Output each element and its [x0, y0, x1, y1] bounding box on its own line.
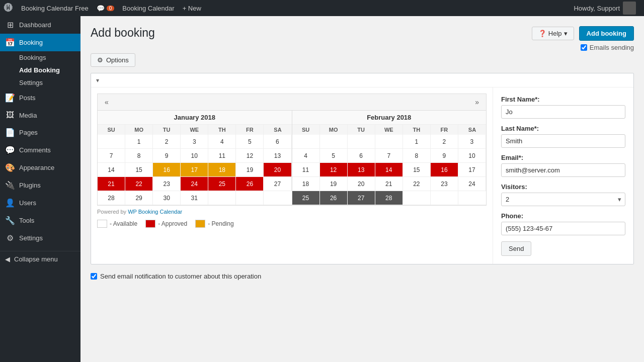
calendar-cell[interactable]: 15	[403, 163, 431, 177]
wp-booking-calendar-link[interactable]: WP Booking Calendar	[128, 209, 182, 215]
calendar-cell[interactable]: 31	[181, 191, 208, 205]
calendar-cell[interactable]: 4	[208, 135, 236, 149]
sidebar-item-users[interactable]: 👤 Users	[0, 194, 80, 212]
calendar-cell[interactable]: 20	[264, 163, 291, 177]
january-calendar: January 2018 SU MO TU WE TH FR SA	[98, 111, 292, 205]
calendar-cell[interactable]: 3	[181, 135, 208, 149]
first-name-input[interactable]	[501, 105, 625, 119]
send-button[interactable]: Send	[501, 241, 531, 256]
calendar-cell[interactable]: 27	[348, 191, 375, 205]
calendar-cell[interactable]: 22	[403, 177, 431, 191]
phone-input[interactable]	[501, 222, 625, 235]
sidebar-subitem-settings[interactable]: Settings	[0, 76, 80, 89]
admin-bar-booking-calendar[interactable]: Booking Calendar	[118, 0, 178, 16]
calendar-cell[interactable]: 11	[292, 163, 320, 177]
next-nav[interactable]: »	[472, 97, 482, 107]
admin-bar-comments[interactable]: 💬 0	[93, 0, 119, 16]
calendar-cell[interactable]: 24	[458, 177, 486, 191]
sidebar-item-dashboard[interactable]: ⊞ Dashboard	[0, 16, 80, 34]
calendar-cell[interactable]: 15	[125, 163, 153, 177]
sidebar-item-media[interactable]: 🖼 Media	[0, 107, 80, 124]
calendar-cell[interactable]: 26	[320, 191, 348, 205]
prev-nav[interactable]: «	[102, 97, 112, 107]
last-name-input[interactable]	[501, 134, 625, 148]
sidebar-subitem-add-booking[interactable]: Add Booking	[0, 64, 80, 76]
calendar-cell[interactable]: 3	[458, 135, 486, 149]
calendar-cell[interactable]: 28	[375, 191, 403, 205]
sidebar-collapse[interactable]: ◀ Collapse menu	[0, 251, 80, 267]
calendar-cell[interactable]: 19	[236, 163, 264, 177]
notification-checkbox[interactable]	[91, 273, 97, 280]
calendar-cell[interactable]: 10	[181, 149, 208, 163]
calendar-cell[interactable]: 25	[292, 191, 320, 205]
calendar-cell[interactable]: 18	[208, 163, 236, 177]
calendar-cell[interactable]: 23	[431, 177, 458, 191]
calendar-cell[interactable]: 1	[125, 135, 153, 149]
calendar-cell[interactable]: 2	[153, 135, 181, 149]
calendar-cell[interactable]: 8	[403, 149, 431, 163]
calendar-cell[interactable]: 6	[264, 135, 291, 149]
calendar-cell[interactable]: 20	[348, 177, 375, 191]
january-grid: 1234567891011121314151617181920212223242…	[98, 135, 292, 205]
calendar-cell[interactable]: 18	[292, 177, 320, 191]
calendar-cell[interactable]: 5	[236, 135, 264, 149]
calendar-cell[interactable]: 12	[236, 149, 264, 163]
sidebar: ⊞ Dashboard 📅 Booking Bookings Add Booki…	[0, 16, 80, 362]
sidebar-item-comments[interactable]: 💬 Comments	[0, 141, 80, 159]
sidebar-item-tools[interactable]: 🔧 Tools	[0, 212, 80, 229]
calendar-cell[interactable]: 11	[208, 149, 236, 163]
emails-sending-checkbox[interactable]	[581, 44, 587, 51]
calendar-cell[interactable]: 9	[431, 149, 458, 163]
calendar-cell[interactable]: 16	[431, 163, 458, 177]
calendar-cell[interactable]: 9	[153, 149, 181, 163]
calendar-cell[interactable]: 7	[98, 149, 125, 163]
calendar-cell[interactable]: 5	[320, 149, 348, 163]
admin-bar-howdy[interactable]: Howdy, Support	[570, 0, 640, 16]
sidebar-item-appearance[interactable]: 🎨 Appearance	[0, 159, 80, 176]
options-button[interactable]: ⚙ Options	[91, 53, 135, 67]
sidebar-subitem-bookings[interactable]: Bookings	[0, 51, 80, 64]
calendar-cell[interactable]: 26	[236, 177, 264, 191]
calendar-cell[interactable]: 27	[264, 177, 291, 191]
sidebar-item-settings[interactable]: ⚙ Settings	[0, 229, 80, 247]
calendar-cell[interactable]: 22	[125, 177, 153, 191]
calendar-cell[interactable]: 28	[98, 191, 125, 205]
calendar-cell[interactable]: 10	[458, 149, 486, 163]
calendar-cell[interactable]: 24	[181, 177, 208, 191]
calendar-cell[interactable]: 8	[125, 149, 153, 163]
calendar-cell[interactable]: 30	[153, 191, 181, 205]
calendar-cell[interactable]: 19	[320, 177, 348, 191]
calendar-cell[interactable]: 13	[264, 149, 291, 163]
calendar-cell[interactable]: 13	[348, 163, 375, 177]
sidebar-item-posts[interactable]: 📝 Posts	[0, 89, 80, 107]
calendar-cell[interactable]: 17	[458, 163, 486, 177]
sidebar-item-pages[interactable]: 📄 Pages	[0, 124, 80, 141]
calendar-cell[interactable]: 2	[431, 135, 458, 149]
calendar-cell[interactable]: 12	[320, 163, 348, 177]
admin-bar-new[interactable]: + New	[179, 0, 205, 16]
calendar-cell[interactable]: 25	[208, 177, 236, 191]
calendar-cell[interactable]: 14	[98, 163, 125, 177]
calendar-cell	[98, 135, 125, 149]
calendar-cell[interactable]: 6	[348, 149, 375, 163]
calendar-cell[interactable]: 14	[375, 163, 403, 177]
add-booking-button[interactable]: Add booking	[579, 26, 634, 41]
email-input[interactable]	[501, 163, 625, 177]
wp-logo-icon[interactable]: 🅦	[4, 3, 13, 14]
calendar-cell[interactable]: 21	[375, 177, 403, 191]
calendar-cell[interactable]: 7	[375, 149, 403, 163]
admin-bar-site[interactable]: Booking Calendar Free	[17, 0, 93, 16]
calendar-cell[interactable]: 1	[403, 135, 431, 149]
calendar-cell[interactable]: 29	[125, 191, 153, 205]
calendar-cell[interactable]: 16	[153, 163, 181, 177]
sidebar-item-plugins[interactable]: 🔌 Plugins	[0, 176, 80, 194]
calendar-cell[interactable]: 17	[181, 163, 208, 177]
collapse-row[interactable]: ▾	[91, 73, 633, 87]
calendar-cell[interactable]: 23	[153, 177, 181, 191]
sidebar-item-booking[interactable]: 📅 Booking	[0, 34, 80, 51]
pages-icon: 📄	[5, 128, 15, 137]
calendar-cell[interactable]: 4	[292, 149, 320, 163]
visitors-select[interactable]: 1 2 3 4 5	[501, 193, 625, 206]
calendar-cell[interactable]: 21	[98, 177, 125, 191]
help-button[interactable]: ❓ Help ▾	[532, 27, 574, 40]
